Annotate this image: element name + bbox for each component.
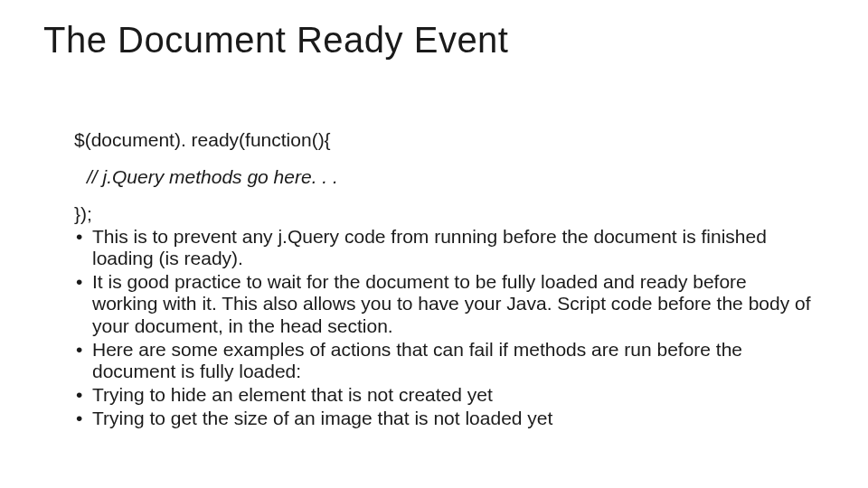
slide-title: The Document Ready Event: [43, 20, 508, 61]
bullet-item: Trying to get the size of an image that …: [74, 408, 814, 429]
bullet-list: This is to prevent any j.Query code from…: [74, 226, 814, 431]
bullet-item: It is good practice to wait for the docu…: [74, 271, 814, 336]
bullet-item: Trying to hide an element that is not cr…: [74, 384, 814, 406]
code-block: $(document). ready(function(){ // j.Quer…: [74, 122, 338, 233]
bullet-item: Here are some examples of actions that c…: [74, 339, 814, 382]
code-line-1: $(document). ready(function(){: [74, 122, 338, 159]
bullet-item: This is to prevent any j.Query code from…: [74, 226, 814, 269]
code-line-comment: // j.Query methods go here. . .: [74, 159, 338, 196]
slide: The Document Ready Event $(document). re…: [0, 0, 868, 488]
